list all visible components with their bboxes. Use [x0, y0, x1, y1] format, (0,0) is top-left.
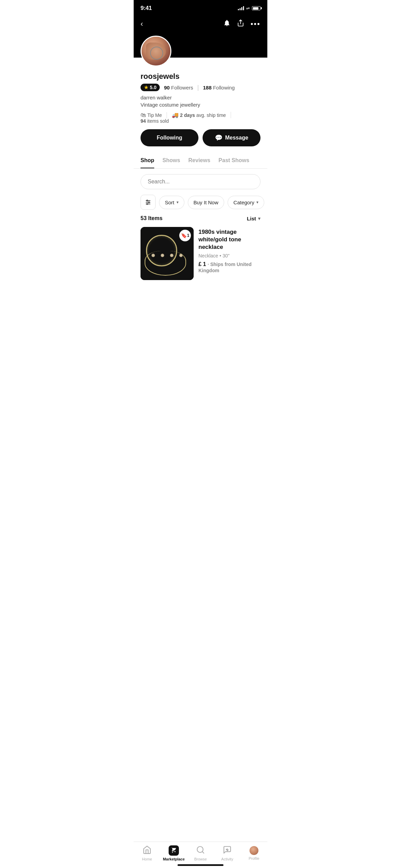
message-label: Message — [225, 135, 248, 141]
sliders-icon — [145, 199, 151, 206]
product-price: £ 1 · Ships from United Kingdom — [198, 261, 260, 274]
tip-icon: 🛍 — [141, 112, 146, 118]
back-button[interactable]: ‹ — [141, 20, 143, 28]
username: roosjewels — [141, 72, 260, 81]
ship-icon: 🚚 — [172, 112, 179, 118]
product-title: 1980s vintage white/gold tone necklace — [198, 228, 260, 251]
nav-activity-label: Activity — [221, 857, 233, 861]
nav-home[interactable]: Home — [134, 845, 160, 861]
notification-button[interactable] — [223, 19, 231, 29]
tab-reviews[interactable]: Reviews — [189, 157, 210, 168]
more-button[interactable]: ••• — [251, 20, 260, 28]
category-pill[interactable]: Category ▾ — [228, 196, 264, 209]
necklace-beads — [148, 254, 186, 257]
search-input[interactable] — [141, 174, 260, 189]
message-button[interactable]: 💬 Message — [203, 129, 260, 146]
following-label: Following — [213, 85, 234, 91]
view-toggle[interactable]: List ▾ — [247, 216, 260, 221]
following-count: 188 — [203, 85, 211, 91]
status-time: 9:41 — [141, 5, 152, 12]
sold-meta: 94 items sold — [141, 118, 169, 124]
stat-divider: | — [197, 84, 199, 91]
activity-icon — [223, 845, 232, 856]
tab-shows[interactable]: Shows — [162, 157, 180, 168]
buy-it-now-pill[interactable]: Buy It Now — [188, 196, 224, 209]
profile-tabs: Shop Shows Reviews Past Shows — [134, 152, 267, 169]
items-header: 53 Items List ▾ — [141, 215, 260, 221]
shop-content: Sort ▾ Buy It Now Category ▾ 53 Items Li… — [134, 169, 267, 316]
followers-stat: 90 Followers — [164, 85, 193, 91]
bead-3 — [170, 254, 173, 257]
profile-hero — [134, 36, 267, 72]
wifi-icon: ⇌ — [246, 6, 250, 11]
filter-icon-button[interactable] — [141, 195, 156, 210]
nav-profile-label: Profile — [248, 856, 259, 860]
marketplace-icon — [171, 847, 177, 855]
share-button[interactable] — [237, 19, 244, 29]
signal-icon — [238, 6, 244, 10]
category-label: Category — [233, 200, 254, 205]
product-list: 🔖 1 1980s vintage white/gold tone neckla… — [141, 227, 260, 280]
tab-shop[interactable]: Shop — [141, 157, 154, 168]
product-image-wrap: 🔖 1 — [141, 227, 194, 280]
product-subtitle: Necklace • 30" — [198, 253, 260, 258]
meta-row: 🛍 Tip Me 🚚 2 days avg. ship time 94 item… — [141, 112, 260, 124]
bell-icon — [223, 19, 231, 27]
tip-meta: 🛍 Tip Me — [141, 112, 167, 118]
followers-label: Followers — [171, 85, 193, 91]
product-item[interactable]: 🔖 1 1980s vintage white/gold tone neckla… — [141, 227, 260, 280]
bio: Vintage costume jewellery — [141, 102, 260, 108]
view-chevron-icon: ▾ — [258, 216, 260, 221]
bookmark-count: 1 — [187, 233, 190, 238]
header-right: ••• — [223, 19, 260, 29]
status-icons: ⇌ — [238, 6, 260, 11]
action-buttons: Following 💬 Message — [141, 129, 260, 146]
nav-profile[interactable]: Profile — [241, 846, 267, 860]
tab-past-shows[interactable]: Past Shows — [219, 157, 250, 168]
bookmark-badge[interactable]: 🔖 1 — [179, 230, 191, 241]
items-sold: 94 items sold — [141, 118, 169, 124]
battery-icon — [252, 6, 260, 10]
ship-days: 2 days avg. ship time — [180, 112, 226, 118]
search-container — [141, 174, 260, 189]
svg-point-3 — [147, 200, 148, 201]
home-indicator — [178, 864, 223, 866]
svg-point-5 — [147, 203, 148, 204]
bead-1 — [151, 254, 155, 257]
svg-line-7 — [202, 852, 204, 853]
ship-meta: 🚚 2 days avg. ship time — [172, 112, 231, 118]
following-stat: 188 Following — [203, 85, 235, 91]
browse-icon — [196, 845, 205, 856]
view-label: List — [247, 216, 256, 221]
nav-marketplace-label: Marketplace — [163, 857, 185, 861]
avatar-container — [141, 36, 260, 72]
product-shipping: · Ships from United Kingdom — [198, 262, 252, 273]
home-icon — [143, 845, 151, 856]
star-icon: ★ — [144, 85, 148, 90]
nav-marketplace[interactable]: Marketplace — [160, 845, 187, 861]
nav-profile-avatar — [250, 846, 258, 855]
rating-badge: ★ 5.0 — [141, 84, 160, 91]
bead-4 — [179, 254, 183, 257]
svg-point-4 — [148, 202, 149, 203]
avatar-image — [142, 37, 170, 65]
sort-pill[interactable]: Sort ▾ — [159, 196, 184, 209]
nav-activity[interactable]: Activity — [214, 845, 241, 861]
stats-row: ★ 5.0 90 Followers | 188 Following — [141, 84, 260, 91]
avatar — [141, 36, 171, 67]
status-bar: 9:41 ⇌ — [134, 0, 267, 15]
product-details: 1980s vintage white/gold tone necklace N… — [198, 227, 260, 280]
marketplace-icon-wrap — [169, 845, 179, 856]
header-left: ‹ — [141, 20, 143, 28]
header: ‹ ••• — [134, 15, 267, 36]
buy-it-now-label: Buy It Now — [194, 200, 219, 205]
items-count: 53 Items — [141, 215, 162, 221]
sort-chevron-icon: ▾ — [177, 200, 179, 205]
sort-label: Sort — [165, 200, 174, 205]
nav-browse[interactable]: Browse — [187, 845, 214, 861]
following-button[interactable]: Following — [141, 129, 198, 146]
nav-browse-label: Browse — [194, 857, 207, 861]
nav-home-label: Home — [142, 857, 152, 861]
category-chevron-icon: ▾ — [256, 200, 258, 205]
message-icon: 💬 — [215, 134, 222, 142]
